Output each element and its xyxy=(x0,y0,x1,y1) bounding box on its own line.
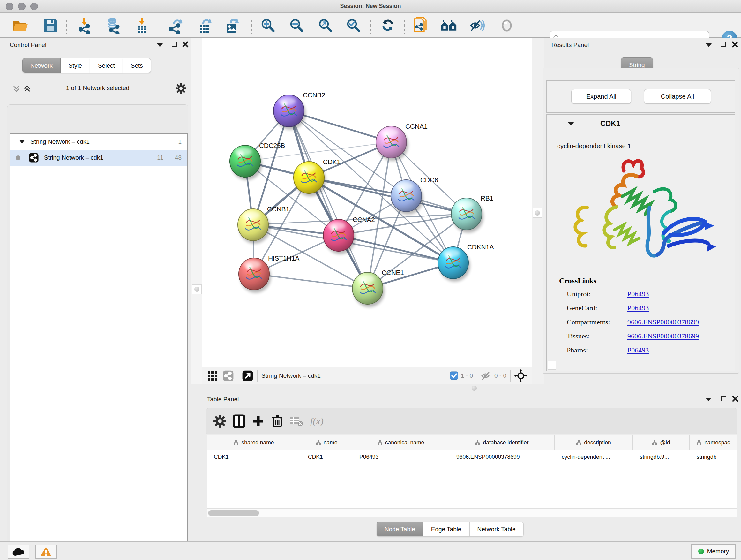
table-panel-maximize-icon[interactable] xyxy=(721,396,726,401)
network-node-CCNA2[interactable]: CCNA2 xyxy=(323,216,375,254)
table-hscroll-thumb[interactable] xyxy=(208,510,259,516)
zoom-in-button[interactable] xyxy=(260,17,276,34)
table-cell[interactable]: stringdb xyxy=(690,450,737,463)
export-network-button[interactable] xyxy=(169,17,185,34)
network-node-RB1[interactable]: RB1 xyxy=(451,194,493,233)
selected-count: 1 - 0 xyxy=(461,372,473,379)
import-network-database-button[interactable] xyxy=(105,17,121,34)
save-session-button[interactable] xyxy=(42,17,59,34)
memory-button[interactable]: Memory xyxy=(691,544,736,559)
zoom-selected-button[interactable] xyxy=(345,17,362,34)
column-header-shared-name[interactable]: shared name xyxy=(207,435,301,450)
network-node-HIST1H1A[interactable]: HIST1H1A xyxy=(239,254,299,293)
tab-sets[interactable]: Sets xyxy=(123,58,151,73)
zoom-fit-button[interactable] xyxy=(317,17,334,34)
create-column-button[interactable] xyxy=(251,414,266,428)
export-image-button[interactable] xyxy=(224,17,241,34)
table-cell[interactable]: 9606.ENSP00000378699 xyxy=(449,450,555,463)
grid-view-icon[interactable] xyxy=(207,370,218,381)
share-view-icon[interactable] xyxy=(222,370,234,381)
table-hscrollbar[interactable] xyxy=(207,508,737,517)
control-panel-maximize-icon[interactable] xyxy=(172,42,177,47)
tab-network-table[interactable]: Network Table xyxy=(469,522,524,537)
table-cell[interactable]: CDK1 xyxy=(301,450,352,463)
hidden-eye-icon[interactable] xyxy=(481,371,492,380)
control-panel-title: Control Panel xyxy=(10,42,46,49)
refresh-layout-button[interactable] xyxy=(380,17,396,34)
crosslink-link[interactable]: P06493 xyxy=(627,346,649,354)
column-header-description[interactable]: description xyxy=(555,435,633,450)
network-edge-CCNA2-CDKN1A[interactable] xyxy=(339,235,453,263)
control-panel-close-icon[interactable] xyxy=(182,41,189,48)
houses-button[interactable] xyxy=(441,17,457,34)
crosslink-link[interactable]: 9606.ENSP00000378699 xyxy=(627,332,699,340)
network-collection-row[interactable]: String Network – cdk1 1 xyxy=(10,134,187,150)
tab-edge-table[interactable]: Edge Table xyxy=(423,522,469,537)
column-header-canonical-name[interactable]: canonical name xyxy=(352,435,449,450)
table-cell[interactable]: P06493 xyxy=(352,450,449,463)
crosslink-link[interactable]: P06493 xyxy=(627,290,649,298)
results-panel-close-icon[interactable] xyxy=(731,41,738,48)
network-canvas[interactable]: CCNB2CCNA1CDC25BCDK1CDC6RB1CCNB1CCNA2CDK… xyxy=(202,38,532,367)
column-header-namespac[interactable]: namespac xyxy=(690,435,737,450)
tab-node-table[interactable]: Node Table xyxy=(377,522,423,537)
network-node-CCNB2[interactable]: CCNB2 xyxy=(273,91,325,130)
expand-all-button[interactable]: Expand All xyxy=(571,89,631,104)
network-node-CDKN1A[interactable]: CDKN1A xyxy=(438,243,494,282)
left-splitter[interactable] xyxy=(192,38,202,384)
left-splitter-handle[interactable] xyxy=(192,285,202,294)
network-row-selected[interactable]: String Network – cdk1 11 48 xyxy=(10,150,187,166)
network-node-CCNE1[interactable]: CCNE1 xyxy=(352,269,404,307)
delete-table-button[interactable] xyxy=(289,414,304,428)
cdk1-section-header[interactable]: CDK1 xyxy=(547,115,735,133)
collapse-all-button[interactable]: Collapse All xyxy=(644,89,711,104)
open-in-new-icon[interactable] xyxy=(242,370,253,381)
network-options-gear-icon[interactable] xyxy=(176,83,186,94)
network-node-CCNA1[interactable]: CCNA1 xyxy=(376,123,428,161)
export-table-button[interactable] xyxy=(197,17,214,34)
zoom-in-icon xyxy=(260,17,276,34)
function-builder-button[interactable]: f(x) xyxy=(310,416,324,427)
tab-style[interactable]: Style xyxy=(61,58,90,73)
table-cell[interactable]: stringdb:9... xyxy=(633,450,690,463)
warning-button[interactable] xyxy=(35,545,57,559)
column-header-database-identifier[interactable]: database identifier xyxy=(449,435,555,450)
horizontal-splitter-handle[interactable] xyxy=(472,386,477,391)
crosslink-link[interactable]: P06493 xyxy=(627,304,649,312)
table-cell[interactable]: CDK1 xyxy=(207,450,301,463)
column-header-name[interactable]: name xyxy=(301,435,352,450)
table-panel-close-icon[interactable] xyxy=(732,395,739,402)
table-cell[interactable]: cyclin-dependent ... xyxy=(555,450,633,463)
eye-wave-button[interactable] xyxy=(469,17,486,34)
gray-eye-button[interactable] xyxy=(498,17,515,34)
network-edge-HIST1H1A-CCNE1[interactable] xyxy=(254,274,367,288)
tree-expander-icon[interactable] xyxy=(19,140,24,144)
results-panel-float-icon[interactable] xyxy=(706,44,712,47)
open-session-button[interactable] xyxy=(12,17,29,34)
section-collapse-icon[interactable] xyxy=(568,122,574,126)
table-panel-float-icon[interactable] xyxy=(705,398,711,401)
column-header-@id[interactable]: @id xyxy=(633,435,690,450)
tab-select[interactable]: Select xyxy=(90,58,123,73)
results-panel-maximize-icon[interactable] xyxy=(721,42,726,47)
horizontal-splitter[interactable] xyxy=(202,384,741,393)
import-table-button[interactable] xyxy=(133,17,150,34)
selected-checkbox-icon[interactable] xyxy=(450,371,458,380)
control-panel-float-icon[interactable] xyxy=(157,44,163,47)
table-settings-button[interactable] xyxy=(212,414,227,428)
cloud-button[interactable] xyxy=(8,545,29,559)
right-splitter-handle[interactable] xyxy=(533,208,542,218)
show-columns-button[interactable] xyxy=(232,414,246,428)
network-node-CDC6[interactable]: CDC6 xyxy=(391,176,438,214)
network-from-selection-button[interactable] xyxy=(412,17,429,34)
zoom-out-button[interactable] xyxy=(288,17,305,34)
birdseye-crosshair-icon[interactable] xyxy=(515,369,527,382)
network-graph[interactable]: CCNB2CCNA1CDC25BCDK1CDC6RB1CCNB1CCNA2CDK… xyxy=(202,38,532,367)
table-row[interactable]: CDK1CDK1P064939606.ENSP00000378699cyclin… xyxy=(207,450,737,463)
network-node-CDK1[interactable]: CDK1 xyxy=(293,158,340,196)
import-network-file-button[interactable] xyxy=(77,17,93,34)
tab-network[interactable]: Network xyxy=(22,58,61,73)
crosslink-link[interactable]: 9606.ENSP00000378699 xyxy=(627,318,699,326)
network-edge-CCNB2-CCNE1[interactable] xyxy=(289,111,367,288)
delete-column-button[interactable] xyxy=(270,414,285,428)
